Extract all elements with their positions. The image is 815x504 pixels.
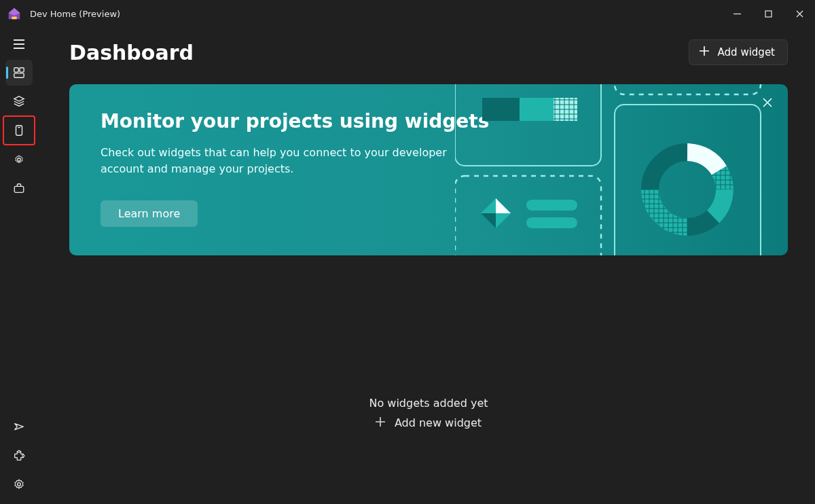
sidebar <box>0 27 38 504</box>
svg-marker-21 <box>481 198 511 228</box>
nav-dev-settings[interactable] <box>5 147 33 173</box>
svg-point-7 <box>18 158 21 162</box>
svg-point-11 <box>18 483 21 486</box>
nav-hamburger-button[interactable] <box>5 31 33 57</box>
plus-icon <box>699 46 710 59</box>
svg-marker-23 <box>481 213 496 228</box>
caption-controls <box>721 0 815 27</box>
svg-rect-24 <box>526 200 577 211</box>
window-title: Dev Home (Preview) <box>30 9 120 19</box>
svg-point-26 <box>650 152 725 227</box>
svg-rect-13 <box>615 84 761 94</box>
maximize-button[interactable] <box>753 0 784 27</box>
empty-state: No widgets added yet Add new widget <box>369 397 488 429</box>
nav-stack[interactable] <box>5 88 33 114</box>
title-bar: Dev Home (Preview) <box>0 0 815 27</box>
highlighted-nav-item <box>0 115 38 145</box>
svg-rect-0 <box>12 17 16 20</box>
nav-utilities[interactable] <box>5 175 33 201</box>
banner-title: Monitor your projects using widgets <box>101 110 757 132</box>
learn-more-button[interactable]: Learn more <box>101 200 198 227</box>
svg-rect-25 <box>526 217 577 228</box>
nav-dashboard[interactable] <box>5 60 33 86</box>
svg-rect-2 <box>14 68 18 72</box>
main-content: Dashboard Add widget Monitor your projec… <box>38 27 815 504</box>
nav-feedback[interactable] <box>5 414 33 440</box>
nav-settings[interactable] <box>5 471 33 497</box>
info-banner: Monitor your projects using widgets Chec… <box>69 84 788 255</box>
empty-state-title: No widgets added yet <box>369 397 488 410</box>
nav-extensions[interactable] <box>5 443 33 469</box>
svg-point-9 <box>18 450 20 452</box>
page-header: Dashboard Add widget <box>69 39 788 65</box>
banner-close-button[interactable] <box>758 94 777 113</box>
minimize-button[interactable] <box>721 0 753 27</box>
add-new-widget-link[interactable]: Add new widget <box>376 416 482 429</box>
learn-more-label: Learn more <box>118 207 180 220</box>
plus-icon <box>376 416 385 429</box>
svg-rect-8 <box>14 186 24 192</box>
svg-rect-3 <box>20 68 24 72</box>
close-window-button[interactable] <box>784 0 815 27</box>
add-widget-label: Add widget <box>718 46 775 58</box>
add-widget-button[interactable]: Add widget <box>689 39 788 65</box>
banner-description: Check out widgets that can help you conn… <box>101 145 454 177</box>
nav-environments[interactable] <box>5 118 33 143</box>
close-icon <box>763 98 772 109</box>
svg-rect-14 <box>455 176 601 255</box>
svg-point-10 <box>22 454 24 456</box>
add-new-widget-label: Add new widget <box>395 416 482 429</box>
page-title: Dashboard <box>69 41 194 65</box>
svg-rect-4 <box>14 73 24 77</box>
app-icon <box>7 6 22 21</box>
svg-marker-22 <box>496 198 511 213</box>
svg-rect-1 <box>765 11 772 17</box>
